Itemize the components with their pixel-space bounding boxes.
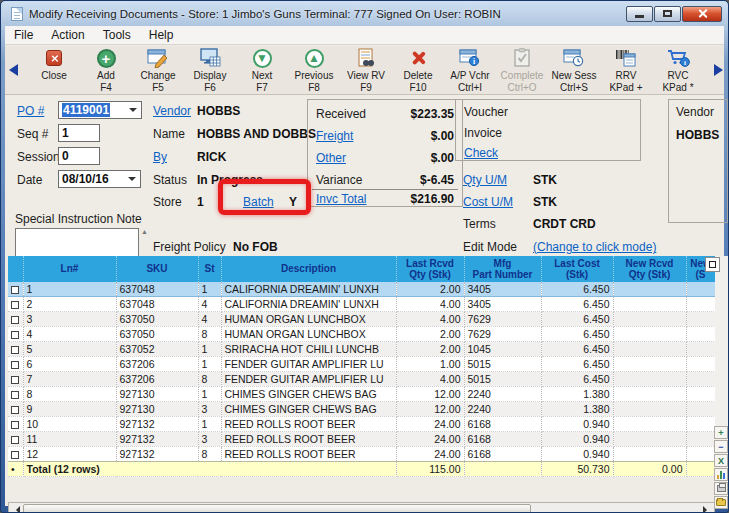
col-mfg[interactable]: Mfg Part Number xyxy=(464,256,541,282)
row-checkbox[interactable] xyxy=(11,361,19,369)
cell-new-rcvd-qty[interactable] xyxy=(613,432,686,447)
row-checkbox[interactable] xyxy=(11,406,19,414)
vendor-link[interactable]: Vendor xyxy=(153,104,191,118)
cell-new-rcvd-qty[interactable] xyxy=(613,372,686,387)
table-row[interactable]: 8 927130 1 CHIMES GINGER CHEWS BAG 12.00… xyxy=(8,387,715,402)
chart-button[interactable] xyxy=(714,468,728,481)
cell-new-cost[interactable] xyxy=(686,447,715,462)
cell-new-rcvd-qty[interactable] xyxy=(613,417,686,432)
table-row[interactable]: 12 927132 8 REED ROLLS ROOT BEER 24.00 6… xyxy=(8,447,715,462)
cost-um-link[interactable]: Cost U/M xyxy=(463,195,513,209)
minimize-button[interactable] xyxy=(626,6,653,22)
cell-new-cost[interactable] xyxy=(686,417,715,432)
cell-new-cost[interactable] xyxy=(686,372,715,387)
toolbar-scroll-left-icon[interactable] xyxy=(9,64,18,76)
row-checkbox[interactable] xyxy=(11,436,19,444)
invc-total-link[interactable]: Invc Total xyxy=(316,192,366,206)
row-checkbox[interactable] xyxy=(11,376,19,384)
cell-new-rcvd-qty[interactable] xyxy=(613,297,686,312)
qty-um-link[interactable]: Qty U/M xyxy=(463,173,507,187)
add-button[interactable]: + Add F4 xyxy=(80,47,132,93)
cell-new-cost[interactable] xyxy=(686,297,715,312)
cell-new-rcvd-qty[interactable] xyxy=(613,282,686,297)
col-new-qty[interactable]: New Rcvd Qty (Stk) xyxy=(613,256,686,282)
cell-new-rcvd-qty[interactable] xyxy=(613,342,686,357)
menu-help[interactable]: Help xyxy=(140,28,183,42)
close-button[interactable]: Close xyxy=(28,47,80,81)
row-checkbox[interactable] xyxy=(11,391,19,399)
seq-input[interactable]: 1 xyxy=(58,124,100,142)
add-row-button[interactable]: + xyxy=(714,426,728,439)
table-row[interactable]: 7 637206 8 FENDER GUITAR AMPLIFIER LU 4.… xyxy=(8,372,715,387)
print-button[interactable] xyxy=(714,482,728,495)
new-sess-button[interactable]: New Sess Ctrl+S xyxy=(548,47,600,93)
cell-new-cost[interactable] xyxy=(686,402,715,417)
row-checkbox[interactable] xyxy=(11,316,19,324)
po-link[interactable]: PO # xyxy=(17,104,44,118)
cell-new-cost[interactable] xyxy=(686,327,715,342)
check-link[interactable]: Check xyxy=(464,146,498,160)
previous-button[interactable]: ▲ Previous F8 xyxy=(288,47,340,93)
cell-new-rcvd-qty[interactable] xyxy=(613,387,686,402)
table-row[interactable]: 1 637048 1 CALIFORNIA DREAMIN' LUNXH 2.0… xyxy=(8,282,715,297)
session-input[interactable]: 0 xyxy=(58,147,100,165)
col-ln[interactable]: Ln# xyxy=(23,256,116,282)
freight-link[interactable]: Freight xyxy=(316,129,353,143)
other-link[interactable]: Other xyxy=(316,151,346,165)
scroll-right-icon[interactable] xyxy=(703,506,711,513)
view-rv-button[interactable]: View RV F9 xyxy=(340,47,392,93)
scrollbar-thumb[interactable] xyxy=(23,504,531,513)
cell-new-cost[interactable] xyxy=(686,387,715,402)
menu-tools[interactable]: Tools xyxy=(94,28,140,42)
scroll-left-icon[interactable] xyxy=(12,506,20,513)
po-combobox[interactable]: 4119001 xyxy=(58,101,142,119)
cell-new-cost[interactable] xyxy=(686,432,715,447)
scroll-up-icon[interactable]: ▲ xyxy=(141,228,152,235)
batch-link[interactable]: Batch xyxy=(243,195,274,209)
cell-new-cost[interactable] xyxy=(686,342,715,357)
cell-new-rcvd-qty[interactable] xyxy=(613,327,686,342)
row-checkbox[interactable] xyxy=(11,286,19,294)
col-sku[interactable]: SKU xyxy=(116,256,198,282)
next-button[interactable]: ▼ Next F7 xyxy=(236,47,288,93)
table-row[interactable]: 3 637050 4 HUMAN ORGAN LUNCHBOX 4.00 762… xyxy=(8,312,715,327)
maximize-button[interactable] xyxy=(654,6,681,22)
rvc-button[interactable]: i RVC KPad * xyxy=(652,47,704,93)
col-last-qty[interactable]: Last Rcvd Qty (Stk) xyxy=(396,256,464,282)
edit-mode-link[interactable]: (Change to click mode) xyxy=(533,240,656,254)
menu-file[interactable]: File xyxy=(5,28,42,42)
display-button[interactable]: Display F6 xyxy=(184,47,236,93)
row-checkbox[interactable] xyxy=(11,346,19,354)
folder-button[interactable] xyxy=(714,496,728,509)
cell-new-rcvd-qty[interactable] xyxy=(613,402,686,417)
row-checkbox[interactable] xyxy=(11,451,19,459)
cell-new-rcvd-qty[interactable] xyxy=(613,447,686,462)
table-row[interactable]: 6 637206 1 FENDER GUITAR AMPLIFIER LU 1.… xyxy=(8,357,715,372)
grid-expand-button[interactable] xyxy=(705,257,720,272)
date-combobox[interactable]: 08/10/16 xyxy=(58,170,141,188)
row-checkbox[interactable] xyxy=(11,421,19,429)
toolbar-scroll-right-icon[interactable] xyxy=(714,64,723,76)
table-row[interactable]: 4 637050 8 HUMAN ORGAN LUNCHBOX 2.00 762… xyxy=(8,327,715,342)
cell-new-cost[interactable] xyxy=(686,282,715,297)
table-row[interactable]: 2 637048 4 CALIFORNIA DREAMIN' LUNXH 4.0… xyxy=(8,297,715,312)
close-window-button[interactable] xyxy=(682,6,722,22)
table-row[interactable]: 5 637052 1 SRIRACHA HOT CHILI LUNCHB 2.0… xyxy=(8,342,715,357)
rrv-button[interactable]: RRV KPad + xyxy=(600,47,652,93)
horizontal-scrollbar[interactable] xyxy=(8,502,715,513)
cell-new-rcvd-qty[interactable] xyxy=(613,312,686,327)
delete-button[interactable]: Delete F10 xyxy=(392,47,444,93)
export-excel-button[interactable]: X xyxy=(714,454,728,467)
by-link[interactable]: By xyxy=(153,150,167,164)
row-checkbox[interactable] xyxy=(11,331,19,339)
cell-new-cost[interactable] xyxy=(686,357,715,372)
table-row[interactable]: 10 927132 1 REED ROLLS ROOT BEER 24.00 6… xyxy=(8,417,715,432)
table-row[interactable]: 9 927130 3 CHIMES GINGER CHEWS BAG 12.00… xyxy=(8,402,715,417)
col-desc[interactable]: Description xyxy=(221,256,396,282)
menu-action[interactable]: Action xyxy=(42,28,93,42)
cell-new-rcvd-qty[interactable] xyxy=(613,357,686,372)
ap-vchr-button[interactable]: i A/P Vchr Ctrl+I xyxy=(444,47,496,93)
change-button[interactable]: Change F5 xyxy=(132,47,184,93)
cell-new-cost[interactable] xyxy=(686,312,715,327)
table-row[interactable]: 11 927132 3 REED ROLLS ROOT BEER 24.00 6… xyxy=(8,432,715,447)
